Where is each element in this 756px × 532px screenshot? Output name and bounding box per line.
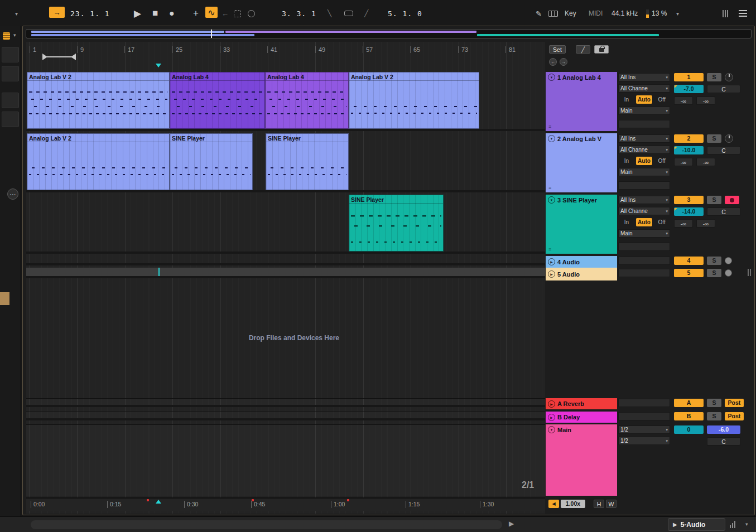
track-number-chip[interactable]: 2	[674, 134, 704, 143]
pan-display[interactable]: C	[707, 85, 740, 93]
monitor-auto-button[interactable]: Auto	[636, 157, 653, 165]
locator-dot[interactable]	[252, 499, 254, 501]
pre-post-toggle[interactable]: Post	[725, 412, 744, 420]
overview-playhead[interactable]	[211, 30, 212, 38]
input-channel-chooser[interactable]: All Channe▾	[618, 146, 670, 154]
output-chooser[interactable]: 1/2▾	[618, 425, 670, 434]
track-name[interactable]: 4 Audio	[557, 259, 580, 265]
main-lane[interactable]	[26, 424, 545, 496]
computer-midi-keyboard-button[interactable]	[548, 7, 558, 20]
preview-speaker-button[interactable]: ◀	[548, 500, 559, 508]
pan-knob[interactable]	[725, 73, 733, 81]
output-channel-box[interactable]	[618, 181, 670, 190]
return-track-header[interactable]: ▶ A Reverb	[546, 398, 617, 409]
menu-button[interactable]	[739, 7, 747, 20]
horizontal-scrollbar[interactable]	[31, 520, 502, 529]
midi-clip[interactable]: Analog Lab V 2	[27, 133, 170, 190]
play-icon[interactable]: ▶	[548, 400, 555, 408]
track-number-chip[interactable]: 4	[674, 257, 704, 265]
monitor-off-button[interactable]: Off	[653, 95, 670, 104]
return-b-lane[interactable]	[26, 412, 545, 420]
output-channel-box[interactable]	[618, 120, 670, 128]
nav-forward-button[interactable]: →	[560, 58, 567, 66]
midi-clip[interactable]: Analog Lab 4	[170, 72, 265, 129]
io-box[interactable]	[618, 269, 670, 277]
track-header[interactable]: ▾ 2 Analog Lab V ≡	[546, 133, 617, 192]
stop-button[interactable]: ■	[152, 7, 158, 20]
crossfade-button[interactable]: ╱	[576, 45, 590, 54]
track-lane-2[interactable]: Analog Lab V 2 SINE Player SINE Player	[26, 133, 545, 192]
pan-display[interactable]: C	[707, 146, 740, 154]
midi-clip[interactable]: Analog Lab 4	[265, 72, 349, 129]
chevron-down-icon[interactable]: ▾	[745, 521, 748, 527]
send-a-display[interactable]: -∞	[674, 158, 693, 166]
track-number-chip[interactable]: 3	[674, 196, 704, 204]
send-b-display[interactable]: -∞	[696, 219, 715, 228]
solo-button[interactable]: S	[707, 73, 721, 81]
input-type-chooser[interactable]: All Ins▾	[618, 196, 670, 204]
send-b-display[interactable]: -∞	[696, 96, 715, 105]
input-channel-chooser[interactable]: All Channe▾	[618, 207, 670, 215]
automation-mode-button[interactable]: ∿	[205, 7, 218, 18]
track-header[interactable]: ▾ 1 Analog Lab 4 ≡	[546, 72, 617, 131]
playback-speed-display[interactable]: 1.00x	[561, 500, 585, 508]
add-locator-button[interactable]: +	[193, 7, 199, 20]
chevron-down-icon[interactable]: ▾	[676, 7, 679, 20]
track-activator-off[interactable]	[725, 196, 739, 204]
fold-track-button[interactable]: ▾	[548, 196, 555, 204]
midi-clip[interactable]: SINE Player	[349, 195, 444, 252]
cue-out-chooser[interactable]: 1/2▾	[618, 437, 670, 445]
play-icon[interactable]: ▶	[548, 270, 555, 278]
punch-out-button[interactable]: ╱	[364, 7, 368, 20]
io-box[interactable]	[618, 257, 670, 265]
track-lane-4[interactable]	[26, 256, 545, 265]
track-name[interactable]: 1 Analog Lab 4	[557, 74, 601, 81]
track-header[interactable]: ▶ 4 Audio	[546, 256, 617, 268]
solo-button[interactable]: S	[707, 196, 721, 204]
browser-category-block[interactable]	[2, 47, 19, 62]
punch-position-display[interactable]: 3. 3. 1	[282, 7, 316, 20]
monitor-in-button[interactable]: In	[618, 218, 635, 226]
pre-post-toggle[interactable]: Post	[725, 399, 744, 407]
output-type-chooser[interactable]: Main▾	[618, 229, 670, 238]
fold-track-button[interactable]: ▾	[548, 135, 555, 142]
loop-region-marker[interactable]	[42, 54, 76, 61]
browser-icon[interactable]	[3, 32, 10, 40]
return-letter-chip[interactable]: A	[674, 399, 704, 407]
time-ruler[interactable]: 0:00 0:15 0:30 0:45 1:00 1:15 1:30	[26, 497, 545, 511]
record-button[interactable]: ●	[169, 7, 175, 20]
selected-track-chip[interactable]: ▶ 5-Audio	[668, 518, 725, 531]
track-name[interactable]: Main	[557, 427, 571, 433]
beat-time-ruler[interactable]: 1 9 17 25 33 41 49 57 65 73 81	[26, 42, 545, 67]
input-channel-chooser[interactable]: All Channe▾	[618, 84, 670, 93]
pan-display[interactable]: C	[707, 207, 740, 216]
locator-dot[interactable]	[347, 499, 349, 501]
track-name[interactable]: 3 SINE Player	[557, 197, 597, 204]
return-letter-chip[interactable]: B	[674, 412, 704, 420]
cpu-load-display[interactable]: 13 %	[652, 7, 667, 20]
monitor-off-button[interactable]: Off	[653, 218, 670, 226]
monitor-auto-button[interactable]: Auto	[636, 218, 653, 226]
solo-button[interactable]: S	[707, 269, 721, 277]
send-a-display[interactable]: -∞	[674, 219, 693, 228]
volume-display[interactable]: -14.0	[674, 207, 704, 216]
mini-play-button[interactable]: ▶	[509, 520, 514, 528]
locator-dot[interactable]	[147, 499, 149, 501]
arrangement-position-display[interactable]: 23. 1. 1	[70, 7, 110, 20]
midi-clip[interactable]: SINE Player	[266, 133, 349, 190]
track-lane-1[interactable]: Analog Lab V 2 Analog Lab 4 Analog Lab 4…	[26, 72, 545, 131]
browser-category-block[interactable]	[2, 93, 19, 108]
track-name[interactable]: A Reverb	[557, 400, 584, 407]
follow-button[interactable]: →	[49, 7, 65, 18]
set-locator-button[interactable]: Set	[549, 45, 566, 54]
io-box[interactable]	[618, 412, 670, 420]
more-options-button[interactable]: ⋯	[7, 188, 18, 200]
track-name[interactable]: B Delay	[557, 414, 580, 420]
track-lane-5[interactable]	[26, 268, 545, 278]
output-type-chooser[interactable]: Main▾	[618, 107, 670, 115]
midi-clip[interactable]: Analog Lab V 2	[27, 72, 170, 129]
cue-volume-display[interactable]: 0	[674, 425, 704, 434]
height-zoom-button[interactable]: H	[594, 500, 604, 508]
monitor-in-button[interactable]: In	[618, 157, 635, 165]
volume-display[interactable]: -7.0	[674, 85, 704, 93]
